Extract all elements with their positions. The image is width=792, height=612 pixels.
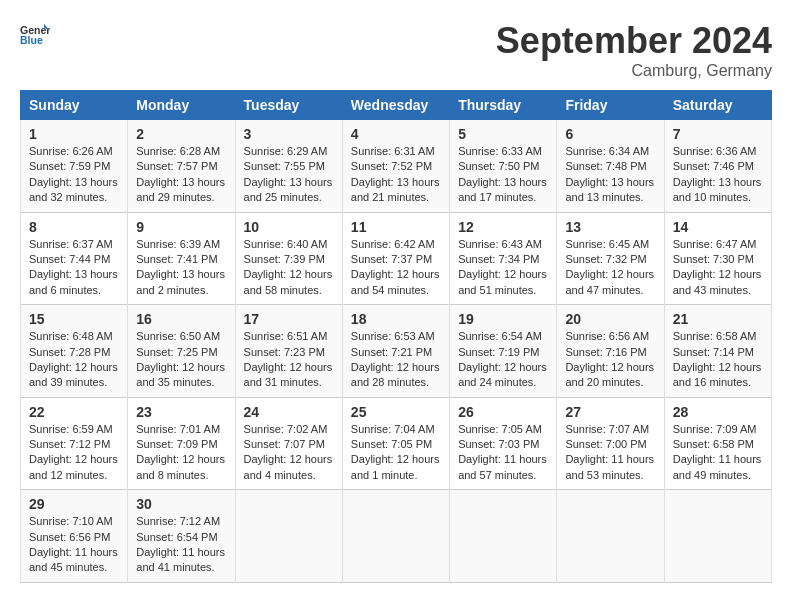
calendar-cell: 5Sunrise: 6:33 AM Sunset: 7:50 PM Daylig… xyxy=(450,120,557,213)
day-number: 20 xyxy=(565,311,655,327)
day-number: 22 xyxy=(29,404,119,420)
calendar-cell xyxy=(450,490,557,583)
day-number: 6 xyxy=(565,126,655,142)
calendar-cell: 2Sunrise: 6:28 AM Sunset: 7:57 PM Daylig… xyxy=(128,120,235,213)
day-info: Sunrise: 6:48 AM Sunset: 7:28 PM Dayligh… xyxy=(29,329,119,391)
day-info: Sunrise: 6:45 AM Sunset: 7:32 PM Dayligh… xyxy=(565,237,655,299)
day-number: 3 xyxy=(244,126,334,142)
day-number: 2 xyxy=(136,126,226,142)
calendar-cell xyxy=(664,490,771,583)
day-info: Sunrise: 7:12 AM Sunset: 6:54 PM Dayligh… xyxy=(136,514,226,576)
day-header-monday: Monday xyxy=(128,91,235,120)
day-number: 24 xyxy=(244,404,334,420)
day-number: 15 xyxy=(29,311,119,327)
day-info: Sunrise: 6:43 AM Sunset: 7:34 PM Dayligh… xyxy=(458,237,548,299)
day-info: Sunrise: 7:10 AM Sunset: 6:56 PM Dayligh… xyxy=(29,514,119,576)
day-info: Sunrise: 6:39 AM Sunset: 7:41 PM Dayligh… xyxy=(136,237,226,299)
calendar-cell: 4Sunrise: 6:31 AM Sunset: 7:52 PM Daylig… xyxy=(342,120,449,213)
calendar-cell xyxy=(557,490,664,583)
calendar-table: SundayMondayTuesdayWednesdayThursdayFrid… xyxy=(20,90,772,583)
calendar-cell: 20Sunrise: 6:56 AM Sunset: 7:16 PM Dayli… xyxy=(557,305,664,398)
day-number: 30 xyxy=(136,496,226,512)
day-number: 19 xyxy=(458,311,548,327)
day-number: 10 xyxy=(244,219,334,235)
calendar-cell: 21Sunrise: 6:58 AM Sunset: 7:14 PM Dayli… xyxy=(664,305,771,398)
day-info: Sunrise: 7:04 AM Sunset: 7:05 PM Dayligh… xyxy=(351,422,441,484)
day-header-wednesday: Wednesday xyxy=(342,91,449,120)
day-info: Sunrise: 6:26 AM Sunset: 7:59 PM Dayligh… xyxy=(29,144,119,206)
calendar-week-row: 29Sunrise: 7:10 AM Sunset: 6:56 PM Dayli… xyxy=(21,490,772,583)
day-info: Sunrise: 6:47 AM Sunset: 7:30 PM Dayligh… xyxy=(673,237,763,299)
day-number: 13 xyxy=(565,219,655,235)
header: General Blue September 2024 Camburg, Ger… xyxy=(20,20,772,80)
calendar-cell: 11Sunrise: 6:42 AM Sunset: 7:37 PM Dayli… xyxy=(342,212,449,305)
day-info: Sunrise: 6:28 AM Sunset: 7:57 PM Dayligh… xyxy=(136,144,226,206)
calendar-week-row: 8Sunrise: 6:37 AM Sunset: 7:44 PM Daylig… xyxy=(21,212,772,305)
day-info: Sunrise: 7:02 AM Sunset: 7:07 PM Dayligh… xyxy=(244,422,334,484)
day-info: Sunrise: 6:54 AM Sunset: 7:19 PM Dayligh… xyxy=(458,329,548,391)
day-number: 8 xyxy=(29,219,119,235)
day-number: 11 xyxy=(351,219,441,235)
calendar-header-row: SundayMondayTuesdayWednesdayThursdayFrid… xyxy=(21,91,772,120)
day-info: Sunrise: 6:59 AM Sunset: 7:12 PM Dayligh… xyxy=(29,422,119,484)
logo: General Blue xyxy=(20,20,50,50)
day-info: Sunrise: 6:50 AM Sunset: 7:25 PM Dayligh… xyxy=(136,329,226,391)
day-info: Sunrise: 6:36 AM Sunset: 7:46 PM Dayligh… xyxy=(673,144,763,206)
day-info: Sunrise: 6:34 AM Sunset: 7:48 PM Dayligh… xyxy=(565,144,655,206)
calendar-cell: 28Sunrise: 7:09 AM Sunset: 6:58 PM Dayli… xyxy=(664,397,771,490)
day-header-friday: Friday xyxy=(557,91,664,120)
day-number: 5 xyxy=(458,126,548,142)
day-info: Sunrise: 6:31 AM Sunset: 7:52 PM Dayligh… xyxy=(351,144,441,206)
calendar-cell: 13Sunrise: 6:45 AM Sunset: 7:32 PM Dayli… xyxy=(557,212,664,305)
day-header-thursday: Thursday xyxy=(450,91,557,120)
day-number: 23 xyxy=(136,404,226,420)
day-info: Sunrise: 7:01 AM Sunset: 7:09 PM Dayligh… xyxy=(136,422,226,484)
day-info: Sunrise: 6:42 AM Sunset: 7:37 PM Dayligh… xyxy=(351,237,441,299)
calendar-cell xyxy=(235,490,342,583)
calendar-cell: 26Sunrise: 7:05 AM Sunset: 7:03 PM Dayli… xyxy=(450,397,557,490)
calendar-cell: 29Sunrise: 7:10 AM Sunset: 6:56 PM Dayli… xyxy=(21,490,128,583)
svg-text:Blue: Blue xyxy=(20,34,43,46)
day-info: Sunrise: 6:33 AM Sunset: 7:50 PM Dayligh… xyxy=(458,144,548,206)
day-info: Sunrise: 7:05 AM Sunset: 7:03 PM Dayligh… xyxy=(458,422,548,484)
calendar-cell: 18Sunrise: 6:53 AM Sunset: 7:21 PM Dayli… xyxy=(342,305,449,398)
calendar-cell: 7Sunrise: 6:36 AM Sunset: 7:46 PM Daylig… xyxy=(664,120,771,213)
day-info: Sunrise: 6:56 AM Sunset: 7:16 PM Dayligh… xyxy=(565,329,655,391)
calendar-cell: 10Sunrise: 6:40 AM Sunset: 7:39 PM Dayli… xyxy=(235,212,342,305)
calendar-cell xyxy=(342,490,449,583)
logo-icon: General Blue xyxy=(20,20,50,50)
calendar-cell: 9Sunrise: 6:39 AM Sunset: 7:41 PM Daylig… xyxy=(128,212,235,305)
location: Camburg, Germany xyxy=(496,62,772,80)
calendar-week-row: 22Sunrise: 6:59 AM Sunset: 7:12 PM Dayli… xyxy=(21,397,772,490)
calendar-cell: 12Sunrise: 6:43 AM Sunset: 7:34 PM Dayli… xyxy=(450,212,557,305)
day-number: 29 xyxy=(29,496,119,512)
calendar-cell: 15Sunrise: 6:48 AM Sunset: 7:28 PM Dayli… xyxy=(21,305,128,398)
day-info: Sunrise: 6:53 AM Sunset: 7:21 PM Dayligh… xyxy=(351,329,441,391)
day-header-saturday: Saturday xyxy=(664,91,771,120)
calendar-cell: 19Sunrise: 6:54 AM Sunset: 7:19 PM Dayli… xyxy=(450,305,557,398)
calendar-cell: 23Sunrise: 7:01 AM Sunset: 7:09 PM Dayli… xyxy=(128,397,235,490)
calendar-body: 1Sunrise: 6:26 AM Sunset: 7:59 PM Daylig… xyxy=(21,120,772,583)
month-title: September 2024 xyxy=(496,20,772,62)
day-info: Sunrise: 6:58 AM Sunset: 7:14 PM Dayligh… xyxy=(673,329,763,391)
day-number: 17 xyxy=(244,311,334,327)
calendar-week-row: 1Sunrise: 6:26 AM Sunset: 7:59 PM Daylig… xyxy=(21,120,772,213)
day-info: Sunrise: 6:29 AM Sunset: 7:55 PM Dayligh… xyxy=(244,144,334,206)
calendar-week-row: 15Sunrise: 6:48 AM Sunset: 7:28 PM Dayli… xyxy=(21,305,772,398)
calendar-cell: 8Sunrise: 6:37 AM Sunset: 7:44 PM Daylig… xyxy=(21,212,128,305)
day-number: 28 xyxy=(673,404,763,420)
day-number: 16 xyxy=(136,311,226,327)
day-number: 27 xyxy=(565,404,655,420)
calendar-cell: 17Sunrise: 6:51 AM Sunset: 7:23 PM Dayli… xyxy=(235,305,342,398)
calendar-cell: 3Sunrise: 6:29 AM Sunset: 7:55 PM Daylig… xyxy=(235,120,342,213)
calendar-cell: 1Sunrise: 6:26 AM Sunset: 7:59 PM Daylig… xyxy=(21,120,128,213)
day-number: 25 xyxy=(351,404,441,420)
day-number: 26 xyxy=(458,404,548,420)
calendar-cell: 30Sunrise: 7:12 AM Sunset: 6:54 PM Dayli… xyxy=(128,490,235,583)
day-header-sunday: Sunday xyxy=(21,91,128,120)
day-number: 21 xyxy=(673,311,763,327)
calendar-cell: 14Sunrise: 6:47 AM Sunset: 7:30 PM Dayli… xyxy=(664,212,771,305)
calendar-cell: 25Sunrise: 7:04 AM Sunset: 7:05 PM Dayli… xyxy=(342,397,449,490)
day-header-tuesday: Tuesday xyxy=(235,91,342,120)
day-info: Sunrise: 6:37 AM Sunset: 7:44 PM Dayligh… xyxy=(29,237,119,299)
